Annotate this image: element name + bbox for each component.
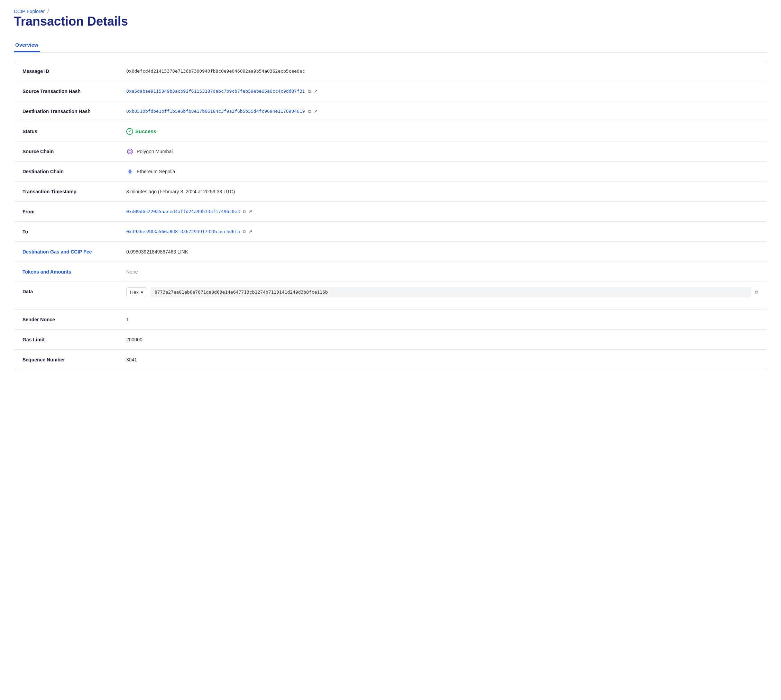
- row-dest-tx-hash: Destination Transaction Hash 0xb0510bfdb…: [14, 101, 767, 122]
- copy-from-icon[interactable]: ⧉: [243, 209, 246, 215]
- status-check-icon: ✓: [126, 128, 133, 135]
- label-sequence-number: Sequence Number: [14, 352, 118, 367]
- row-status: Status ✓ Success: [14, 122, 767, 142]
- external-from-icon[interactable]: ↗: [249, 209, 252, 214]
- value-sender-nonce: 1: [118, 312, 767, 327]
- label-source-tx-hash: Source Transaction Hash: [14, 84, 118, 99]
- row-dest-chain: Destination Chain Ethereum Sepolia: [14, 162, 767, 182]
- row-timestamp: Transaction Timestamp 3 minutes ago (Feb…: [14, 182, 767, 202]
- copy-dest-tx-icon[interactable]: ⧉: [308, 108, 311, 114]
- status-badge: ✓ Success: [126, 128, 156, 135]
- breadcrumb: CCIP Explorer /: [14, 8, 767, 14]
- detail-table: Message ID 0x0defcd4d21415378e7136b73009…: [14, 61, 767, 370]
- value-gas-limit: 200000: [118, 332, 767, 347]
- label-to: To: [14, 224, 118, 239]
- row-to: To 0x3936e3903a566a8d8f3367293917320cacc…: [14, 222, 767, 242]
- label-data: Data: [14, 282, 118, 299]
- row-from: From 0xd09db522035aaced4affd24a99b135f17…: [14, 202, 767, 222]
- label-timestamp: Transaction Timestamp: [14, 184, 118, 199]
- row-message-id: Message ID 0x0defcd4d21415378e7136b73009…: [14, 61, 767, 81]
- value-dest-chain: Ethereum Sepolia: [118, 163, 767, 180]
- tab-overview[interactable]: Overview: [14, 38, 40, 52]
- external-to-icon[interactable]: ↗: [249, 229, 252, 234]
- external-dest-tx-icon[interactable]: ↗: [314, 108, 317, 114]
- label-tokens-amounts: Tokens and Amounts: [14, 264, 118, 280]
- label-from: From: [14, 204, 118, 219]
- value-dest-tx-hash: 0xb0510bfdbe1bff1b5e6bfb8e17b06184c3f9a2…: [118, 104, 767, 119]
- label-message-id: Message ID: [14, 63, 118, 79]
- external-source-tx-icon[interactable]: ↗: [314, 88, 317, 94]
- value-to: 0x3936e3903a566a8d8f3367293917320cacc5d6…: [118, 224, 767, 239]
- label-dest-gas-fee: Destination Gas and CCIP Fee: [14, 244, 118, 259]
- row-sequence-number: Sequence Number 3041: [14, 350, 767, 370]
- copy-to-icon[interactable]: ⧉: [243, 229, 246, 235]
- value-timestamp: 3 minutes ago (February 8, 2024 at 20:59…: [118, 184, 767, 199]
- value-from: 0xd09db522035aaced4affd24a99b135f17496c0…: [118, 204, 767, 219]
- value-message-id: 0x0defcd4d21415378e7136b7300940fb8c0e9e0…: [118, 63, 767, 78]
- label-sender-nonce: Sender Nonce: [14, 312, 118, 327]
- value-status: ✓ Success: [118, 123, 767, 140]
- hex-dropdown[interactable]: Hex ▾: [126, 287, 147, 297]
- label-dest-chain: Destination Chain: [14, 164, 118, 179]
- chevron-down-icon: ▾: [141, 290, 143, 295]
- tabs: Overview: [14, 38, 767, 53]
- hex-value: 8773e27ea01eb0e7671da8d63e14a647713cb127…: [150, 287, 751, 297]
- copy-source-tx-icon[interactable]: ⧉: [308, 88, 311, 94]
- row-gas-limit: Gas Limit 200000: [14, 330, 767, 350]
- value-source-chain: Polygon Mumbai: [118, 143, 767, 160]
- page-title: Transaction Details: [14, 14, 767, 29]
- value-data: Hex ▾ 8773e27ea01eb0e7671da8d63e14a64771…: [118, 282, 767, 302]
- breadcrumb-parent[interactable]: CCIP Explorer: [14, 8, 45, 14]
- row-tokens-amounts: Tokens and Amounts None: [14, 262, 767, 282]
- label-status: Status: [14, 124, 118, 139]
- polygon-icon: [126, 148, 134, 155]
- label-source-chain: Source Chain: [14, 144, 118, 159]
- label-dest-tx-hash: Destination Transaction Hash: [14, 104, 118, 119]
- value-dest-gas-fee: 0.09803921849867463 LINK: [118, 244, 767, 259]
- ethereum-icon: [126, 168, 134, 175]
- value-source-tx-hash: 0xa5dabae9115849b3acb92f61153187dabc7b9c…: [118, 84, 767, 99]
- row-sender-nonce: Sender Nonce 1: [14, 310, 767, 330]
- value-sequence-number: 3041: [118, 352, 767, 367]
- row-source-chain: Source Chain Polygon Mumbai: [14, 142, 767, 162]
- row-source-tx-hash: Source Transaction Hash 0xa5dabae9115849…: [14, 81, 767, 101]
- breadcrumb-separator: /: [47, 8, 49, 14]
- value-tokens-amounts: None: [118, 264, 767, 280]
- label-gas-limit: Gas Limit: [14, 332, 118, 347]
- row-data: Data Hex ▾ 8773e27ea01eb0e7671da8d63e14a…: [14, 282, 767, 310]
- row-dest-gas-fee: Destination Gas and CCIP Fee 0.098039218…: [14, 242, 767, 262]
- copy-data-icon[interactable]: ⧉: [755, 289, 759, 295]
